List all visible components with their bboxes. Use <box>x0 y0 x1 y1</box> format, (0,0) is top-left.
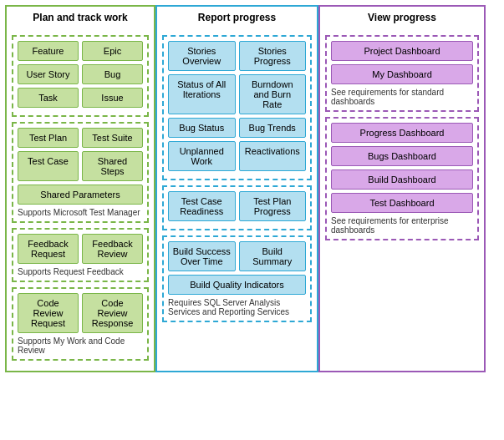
report-section-test: Test Case Readiness Test Plan Progress <box>162 185 312 230</box>
view-standard-label: See requirements for standard dashboards <box>331 88 473 106</box>
view-testdashboard[interactable]: Test Dashboard <box>331 193 473 213</box>
report-row-b2: Build Quality Indicators <box>168 275 306 295</box>
report-unplannedwork[interactable]: Unplanned Work <box>168 141 236 171</box>
plan-row-c1: Code Review Request Code Review Response <box>18 293 143 333</box>
report-row-2: Status of All Iterations Burndown and Bu… <box>168 74 306 114</box>
report-section-main: Stories Overview Stories Progress Status… <box>162 35 312 180</box>
report-row-tc: Test Case Readiness Test Plan Progress <box>168 191 306 221</box>
view-builddashboard[interactable]: Build Dashboard <box>331 169 473 190</box>
plan-row-t1: Test Plan Test Suite <box>18 128 143 148</box>
report-buildsuccessovertime[interactable]: Build Success Over Time <box>168 241 236 271</box>
plan-codereview-label: Supports My Work and Code Review <box>18 336 143 355</box>
plan-section-workitems: Feature Epic User Story Bug Task Issue <box>12 35 149 117</box>
plan-feedback-label: Supports Request Feedback <box>18 267 143 276</box>
report-header-label: Report progress <box>198 12 276 23</box>
report-row-b1: Build Success Over Time Build Summary <box>168 241 306 271</box>
report-header: Report progress <box>155 5 318 30</box>
plan-userstory[interactable]: User Story <box>18 64 79 84</box>
report-row-1: Stories Overview Stories Progress <box>168 41 306 71</box>
view-header-label: View progress <box>368 12 436 23</box>
plan-feedbackrequest[interactable]: Feedback Request <box>18 234 79 264</box>
view-mydashboard[interactable]: My Dashboard <box>331 64 473 84</box>
report-build-label: Requires SQL Server Analysis Services an… <box>168 298 306 316</box>
plan-bug[interactable]: Bug <box>82 64 143 84</box>
plan-feedbackreview[interactable]: Feedback Review <box>82 234 143 264</box>
report-testcasereadiness[interactable]: Test Case Readiness <box>168 191 236 221</box>
plan-sharedsteps[interactable]: Shared Steps <box>82 151 143 181</box>
view-projectdashboard[interactable]: Project Dashboard <box>331 41 473 61</box>
report-buildsummary[interactable]: Build Summary <box>239 241 307 271</box>
plan-row-1: Feature Epic <box>18 41 143 61</box>
view-header: View progress <box>318 5 486 30</box>
view-enterprise-label: See requirements for enterprise dashboar… <box>331 216 473 235</box>
report-statusalliterations[interactable]: Status of All Iterations <box>168 74 236 114</box>
report-burndown[interactable]: Burndown and Burn Rate <box>239 74 307 114</box>
plan-epic[interactable]: Epic <box>82 41 143 61</box>
report-row-4: Unplanned Work Reactivations <box>168 141 306 171</box>
report-bugstatus[interactable]: Bug Status <box>168 118 236 138</box>
plan-codereviewrequest[interactable]: Code Review Request <box>18 293 79 333</box>
plan-row-2: User Story Bug <box>18 64 143 84</box>
view-bugsdashboard[interactable]: Bugs Dashboard <box>331 146 473 166</box>
plan-row-f1: Feedback Request Feedback Review <box>18 234 143 264</box>
report-body: Stories Overview Stories Progress Status… <box>155 30 318 372</box>
plan-issue[interactable]: Issue <box>82 88 143 108</box>
report-section-build: Build Success Over Time Build Summary Bu… <box>162 235 312 322</box>
plan-row-t3: Shared Parameters <box>18 185 143 205</box>
plan-feature[interactable]: Feature <box>18 41 79 61</box>
plan-row-3: Task Issue <box>18 88 143 108</box>
plan-row-t2: Test Case Shared Steps <box>18 151 143 181</box>
plan-testsuite[interactable]: Test Suite <box>82 128 143 148</box>
view-body: Project Dashboard My Dashboard See requi… <box>318 30 486 372</box>
main-grid: Plan and track work Report progress View… <box>0 0 504 377</box>
plan-test-label: Supports Microsoft Test Manager <box>18 208 143 217</box>
report-testplanprogress[interactable]: Test Plan Progress <box>239 191 307 221</box>
view-section-standard: Project Dashboard My Dashboard See requi… <box>325 35 479 112</box>
plan-section-codereview: Code Review Request Code Review Response… <box>12 287 149 361</box>
report-storiesoverview[interactable]: Stories Overview <box>168 41 236 71</box>
plan-codereviewresponse[interactable]: Code Review Response <box>82 293 143 333</box>
report-reactivations[interactable]: Reactivations <box>239 141 307 171</box>
report-bugtrends[interactable]: Bug Trends <box>239 118 307 138</box>
report-row-3: Bug Status Bug Trends <box>168 118 306 138</box>
plan-section-test: Test Plan Test Suite Test Case Shared St… <box>12 122 149 223</box>
plan-testplan[interactable]: Test Plan <box>18 128 79 148</box>
view-progressdashboard[interactable]: Progress Dashboard <box>331 123 473 143</box>
plan-header-label: Plan and track work <box>33 12 127 23</box>
plan-section-feedback: Feedback Request Feedback Review Support… <box>12 228 149 282</box>
plan-body: Feature Epic User Story Bug Task Issue T… <box>5 30 155 372</box>
plan-task[interactable]: Task <box>18 88 79 108</box>
plan-testcase[interactable]: Test Case <box>18 151 79 181</box>
plan-sharedparams[interactable]: Shared Parameters <box>18 185 143 205</box>
plan-header: Plan and track work <box>5 5 155 30</box>
view-section-enterprise: Progress Dashboard Bugs Dashboard Build … <box>325 117 479 240</box>
report-buildqualityindicators[interactable]: Build Quality Indicators <box>168 275 306 295</box>
report-storiesprogress[interactable]: Stories Progress <box>239 41 307 71</box>
